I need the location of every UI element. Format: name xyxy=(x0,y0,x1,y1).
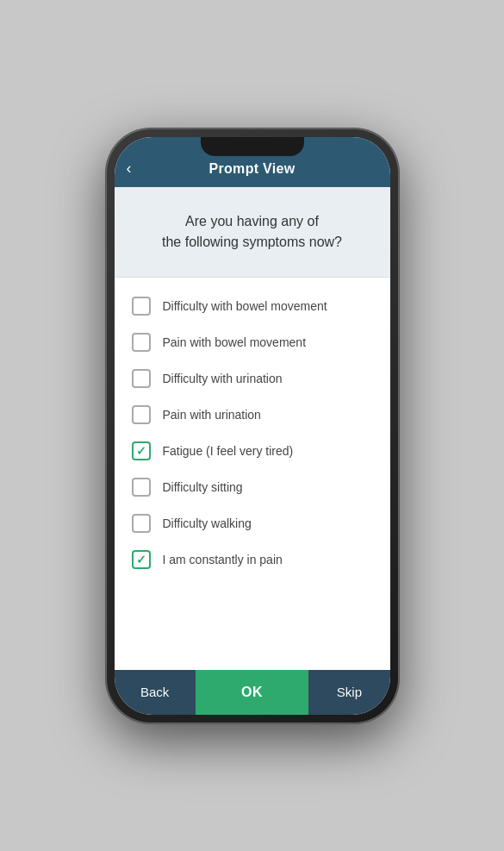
checkmark-icon: ✓ xyxy=(136,445,146,457)
checkbox-constant_pain[interactable]: ✓ xyxy=(132,550,151,569)
back-button-bottom[interactable]: Back xyxy=(115,670,196,715)
list-item-urination_pain[interactable]: Pain with urination xyxy=(115,397,390,433)
page-title: Prompt View xyxy=(209,161,296,177)
phone-frame: ‹ Prompt View Are you having any ofthe f… xyxy=(106,128,399,723)
list-item-bowel_difficulty[interactable]: Difficulty with bowel movement xyxy=(115,288,390,324)
back-button[interactable]: ‹ xyxy=(127,160,132,178)
list-item-bowel_pain[interactable]: Pain with bowel movement xyxy=(115,324,390,360)
checkbox-bowel_pain[interactable] xyxy=(132,333,151,352)
checkbox-sitting_difficulty[interactable] xyxy=(132,478,151,497)
phone-screen: ‹ Prompt View Are you having any ofthe f… xyxy=(115,137,390,715)
bottom-bar: Back OK Skip xyxy=(115,670,390,715)
checkmark-icon: ✓ xyxy=(136,554,146,566)
item-label: I am constantly in pain xyxy=(163,553,283,566)
list-item-fatigue[interactable]: ✓Fatigue (I feel very tired) xyxy=(115,433,390,469)
checkbox-urination_difficulty[interactable] xyxy=(132,369,151,388)
item-label: Fatigue (I feel very tired) xyxy=(163,444,294,458)
item-label: Difficulty walking xyxy=(163,516,252,530)
checklist: Difficulty with bowel movementPain with … xyxy=(115,278,390,670)
list-item-sitting_difficulty[interactable]: Difficulty sitting xyxy=(115,469,390,505)
item-label: Difficulty sitting xyxy=(163,480,243,494)
question-area: Are you having any ofthe following sympt… xyxy=(115,187,390,277)
notch xyxy=(201,137,304,156)
checkbox-walking_difficulty[interactable] xyxy=(132,514,151,533)
item-label: Pain with bowel movement xyxy=(163,335,307,349)
ok-button[interactable]: OK xyxy=(196,670,309,715)
list-item-walking_difficulty[interactable]: Difficulty walking xyxy=(115,505,390,541)
skip-button[interactable]: Skip xyxy=(308,670,389,715)
item-label: Pain with urination xyxy=(163,408,261,422)
checkbox-fatigue[interactable]: ✓ xyxy=(132,441,151,460)
list-item-urination_difficulty[interactable]: Difficulty with urination xyxy=(115,360,390,397)
item-label: Difficulty with bowel movement xyxy=(163,299,327,313)
list-item-constant_pain[interactable]: ✓I am constantly in pain xyxy=(115,541,390,578)
checkbox-bowel_difficulty[interactable] xyxy=(132,297,151,316)
item-label: Difficulty with urination xyxy=(163,372,283,385)
checkbox-urination_pain[interactable] xyxy=(132,405,151,424)
question-text: Are you having any ofthe following sympt… xyxy=(140,211,364,253)
